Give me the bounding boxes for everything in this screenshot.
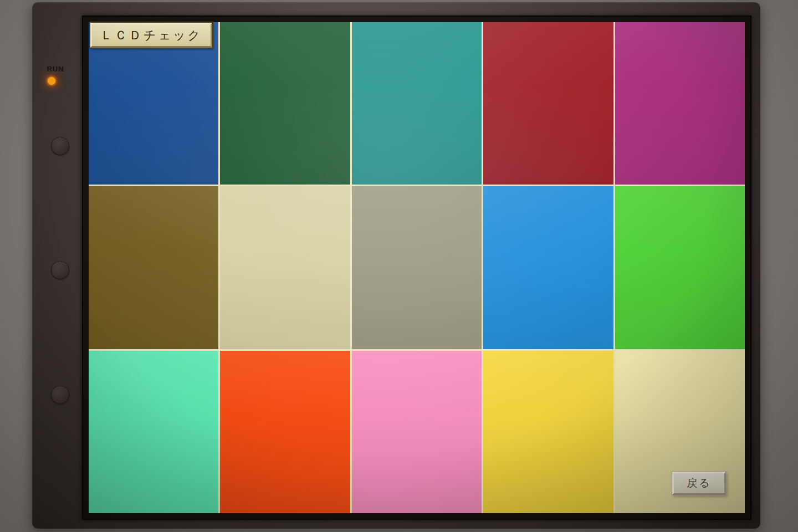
color-swatch-pink <box>352 351 482 513</box>
color-swatch-teal <box>352 22 482 185</box>
color-swatch-bright-green <box>615 186 745 349</box>
lcd-screen: ＬＣＤチェック 戻る <box>82 16 751 520</box>
device-bezel: RUN ＬＣＤチェック 戻る <box>32 2 760 529</box>
color-swatch-magenta <box>615 22 745 185</box>
run-label: RUN <box>39 65 72 73</box>
color-swatch-gray <box>352 186 482 349</box>
run-led-icon <box>48 77 55 85</box>
side-button-3[interactable] <box>51 386 69 404</box>
color-swatch-mint <box>89 351 218 513</box>
color-swatch-yellow <box>483 351 613 513</box>
color-swatch-orange <box>220 351 350 513</box>
color-swatch-dark-red <box>483 22 613 185</box>
back-button[interactable]: 戻る <box>672 472 726 495</box>
lcd-check-title: ＬＣＤチェック <box>90 23 212 48</box>
color-swatch-bright-blue <box>483 186 613 349</box>
color-swatch-beige <box>220 186 350 349</box>
side-button-1[interactable] <box>51 137 69 155</box>
color-swatch-dark-green <box>220 22 350 185</box>
side-button-2[interactable] <box>51 261 69 279</box>
photo-background: RUN ＬＣＤチェック 戻る <box>0 0 798 532</box>
lcd-color-grid <box>89 22 745 513</box>
color-swatch-olive <box>89 186 218 349</box>
